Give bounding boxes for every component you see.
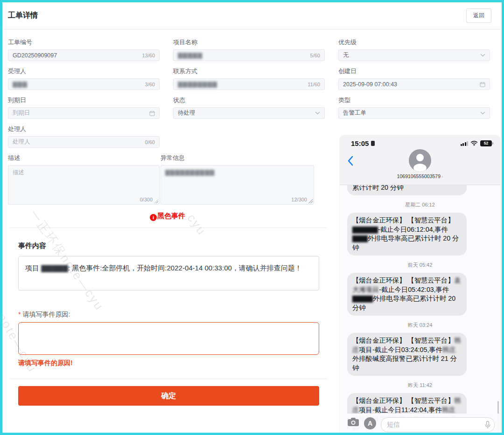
order-no-input[interactable]: GD20250909097 13/60 bbox=[8, 49, 160, 61]
field-exception-info: 异常信息 ▇▇▇▇▇▇▇▇▇▇ 12/300 bbox=[161, 154, 314, 205]
char-counter: 5/60 bbox=[310, 53, 320, 58]
field-due-date: 到期日 到期日 bbox=[8, 96, 160, 119]
status-time: 15:05 bbox=[351, 139, 369, 147]
appstore-icon[interactable]: A bbox=[364, 417, 376, 429]
field-created-date: 创建日 2025-09-09 07:00:43 bbox=[338, 67, 490, 90]
sms-input-bar: A 短信 bbox=[340, 414, 500, 435]
chevron-down-icon bbox=[315, 111, 320, 115]
sender-number[interactable]: 1069106555003579› bbox=[340, 173, 500, 179]
field-label: 处理人 bbox=[8, 125, 160, 133]
date-separator: 前天 05:42 bbox=[347, 262, 493, 269]
resize-handle[interactable] bbox=[154, 199, 158, 203]
contact-input[interactable]: ▇▇▇▇▇▇▇▇ 11/60 bbox=[173, 78, 325, 90]
text-segment: -截止今日06:12:04,事件 bbox=[378, 226, 448, 233]
project-name-input[interactable]: ▇▇▇▇▇ 5/60 bbox=[173, 49, 325, 61]
redacted-text: ▇▇▇▇▇ bbox=[41, 264, 68, 272]
chevron-right-icon: › bbox=[441, 174, 443, 179]
reason-label: *请填写事件原因: bbox=[18, 311, 319, 319]
chevron-down-icon bbox=[480, 54, 485, 57]
grid-spacer bbox=[173, 125, 325, 148]
type-select[interactable]: 告警工单 bbox=[338, 107, 490, 119]
status-select[interactable]: 待处理 bbox=[173, 107, 325, 119]
confirm-button[interactable]: 确定 bbox=[18, 386, 319, 406]
back-chevron-icon[interactable] bbox=[347, 156, 353, 168]
divider bbox=[10, 228, 327, 228]
info-icon: i bbox=[150, 214, 157, 221]
redacted-text: ▇▇▇▇ bbox=[352, 295, 373, 302]
camera-icon[interactable] bbox=[347, 417, 359, 427]
sms-text-input[interactable]: 短信 bbox=[381, 417, 495, 432]
select-value: 告警工单 bbox=[343, 109, 477, 117]
reason-textarea[interactable] bbox=[18, 322, 319, 355]
status-indicator-icon bbox=[371, 141, 375, 146]
field-handler: 处理人 处理人 0/60 bbox=[8, 125, 160, 148]
text-segment: 【烟台金正环保】 【智慧云平台】 bbox=[352, 276, 454, 284]
microphone-icon[interactable] bbox=[485, 421, 490, 429]
date-separator: 昨天 03:24 bbox=[347, 322, 493, 329]
field-label: 创建日 bbox=[338, 67, 490, 75]
text-segment: 【烟台金正环保】 【智慧云平台】 bbox=[352, 337, 454, 344]
textarea-placeholder: 描述 bbox=[13, 169, 24, 176]
event-content-title: 事件内容 bbox=[18, 242, 319, 250]
event-banner: i黑色事件 bbox=[8, 212, 327, 221]
field-label: 异常信息 bbox=[161, 154, 314, 162]
input-placeholder: 处理人 bbox=[13, 138, 142, 146]
field-description: 描述 描述 0/300 bbox=[8, 154, 160, 205]
description-textarea[interactable]: 描述 0/300 bbox=[8, 165, 160, 205]
required-asterisk: * bbox=[18, 311, 21, 318]
input-placeholder: 到期日 bbox=[13, 109, 147, 117]
redacted-value: ▇▇▇▇▇▇▇▇▇▇ bbox=[165, 169, 215, 176]
wifi-icon bbox=[470, 141, 478, 146]
date-separator: 昨天 11:42 bbox=[347, 382, 493, 389]
redacted-text: ▇▇▇ bbox=[352, 235, 368, 242]
signal-bars-icon bbox=[461, 141, 469, 146]
sms-bubble: 【烟台金正环保】 【智慧云平台】▇▇▇▇▇-截止今日06:12:04,事件▇▇▇… bbox=[347, 213, 467, 255]
text-segment: 项目 bbox=[25, 264, 41, 272]
text-segment: 项目-截止今日03:24:05,事件 bbox=[359, 346, 442, 353]
field-status: 状态 待处理 bbox=[173, 96, 325, 119]
page-header: 工单详情 返回 bbox=[2, 2, 502, 29]
text-segment: : 黑色事件:全部停机，开始时间:2022-04-14 00:33:00，请确认… bbox=[68, 264, 302, 272]
date-separator: 星期二 06:12 bbox=[347, 201, 493, 208]
battery-icon: 52 bbox=[480, 140, 492, 146]
sms-thread: 16:12:03,事件袁大滩外排电导率高已累计计时 20 分钟星期二 06:12… bbox=[340, 178, 500, 435]
select-value: 无 bbox=[343, 51, 477, 59]
sms-input-placeholder: 短信 bbox=[387, 421, 400, 429]
char-counter: 13/60 bbox=[142, 53, 155, 58]
sms-screenshot: 15:05 52 1069106555003579› 16:12:03,事件袁大… bbox=[340, 135, 500, 435]
exception-info-textarea[interactable]: ▇▇▇▇▇▇▇▇▇▇ 12/300 bbox=[161, 165, 314, 205]
priority-select[interactable]: 无 bbox=[338, 49, 490, 61]
input-value: GD20250909097 bbox=[13, 52, 139, 59]
redacted-value: ▇▇▇▇▇ bbox=[178, 52, 308, 59]
field-label: 优先级 bbox=[338, 38, 490, 46]
field-acceptor: 受理人 ▇▇▇ 3/60 bbox=[8, 67, 160, 90]
acceptor-input[interactable]: ▇▇▇ 3/60 bbox=[8, 78, 160, 90]
avatar[interactable] bbox=[409, 149, 431, 172]
text-segment: 【烟台金正环保】 【智慧云平台】 bbox=[352, 216, 454, 224]
field-type: 类型 告警工单 bbox=[338, 96, 490, 119]
calendar-icon bbox=[480, 82, 485, 87]
text-segment: -截止今日05:42:03,事件 bbox=[379, 286, 449, 293]
field-label: 状态 bbox=[173, 96, 325, 104]
field-label: 项目名称 bbox=[173, 38, 325, 46]
sender-number-text: 1069106555003579 bbox=[397, 173, 441, 179]
page-title: 工单详情 bbox=[8, 11, 38, 21]
phone-status-bar: 15:05 52 bbox=[340, 135, 500, 147]
black-event-section: i黑色事件 事件内容 项目 ▇▇▇▇▇: 黑色事件:全部停机，开始时间:2022… bbox=[8, 212, 327, 406]
field-label: 联系方式 bbox=[173, 67, 325, 75]
redacted-text: 韩庄 bbox=[442, 346, 456, 353]
char-counter: 0/300 bbox=[140, 197, 153, 202]
validation-error: 请填写事件的原因! bbox=[18, 359, 319, 367]
event-content-box: 项目 ▇▇▇▇▇: 黑色事件:全部停机，开始时间:2022-04-14 00:3… bbox=[18, 256, 319, 290]
back-button[interactable]: 返回 bbox=[466, 8, 491, 23]
handler-input[interactable]: 处理人 0/60 bbox=[8, 136, 160, 148]
field-project-name: 项目名称 ▇▇▇▇▇ 5/60 bbox=[173, 38, 325, 61]
created-date-input[interactable]: 2025-09-09 07:00:43 bbox=[338, 78, 490, 90]
event-banner-text: 黑色事件 bbox=[157, 212, 185, 220]
text-segment: 外排酸碱度高报警已累计计时 21 分钟 bbox=[352, 355, 457, 372]
resize-handle[interactable] bbox=[308, 199, 313, 203]
char-counter: 12/300 bbox=[291, 197, 307, 202]
sms-bubble: 【烟台金正环保】 【智慧云平台】袁大滩项目-截止今日05:42:03,事件▇▇▇… bbox=[347, 273, 467, 316]
due-date-input[interactable]: 到期日 bbox=[8, 107, 160, 119]
select-value: 待处理 bbox=[178, 109, 312, 117]
